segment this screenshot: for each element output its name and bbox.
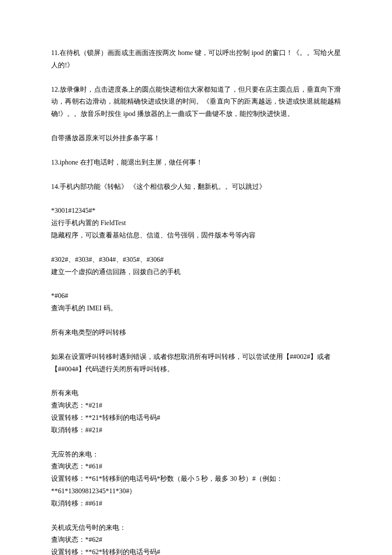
no-answer-title: 无应答的来电： bbox=[51, 448, 341, 461]
block-off-nosignal: 关机或无信号时的来电： 查询状态：*#62# 设置转移：**62*转移到的电话号… bbox=[51, 522, 341, 555]
block-loopback: #302#、#303#、#304#、#305#、#306# 建立一个虚拟的通信回… bbox=[51, 254, 341, 278]
tip-12: 12.放录像时，点击进度条上的圆点能快进相信大家都知道了，但只要在店主圆点后，垂… bbox=[51, 84, 341, 120]
block-imei: *#06# 查询手机的 IMEI 码。 bbox=[51, 290, 341, 315]
forward-all-title: 所有来电类型的呼叫转移 bbox=[51, 327, 341, 339]
block-fieldtest: *3001#12345#* 运行手机内置的 FieldTest 隐藏程序，可以查… bbox=[51, 205, 341, 241]
forward-note: 如果在设置呼叫转移时遇到错误，或者你想取消所有呼叫转移，可以尝试使用【##002… bbox=[51, 351, 341, 376]
all-calls-cancel: 取消转移：##21# bbox=[51, 424, 341, 436]
fieldtest-code: *3001#12345#* bbox=[51, 205, 341, 217]
loopback-desc: 建立一个虚拟的通信回路，回拨自己的手机 bbox=[51, 266, 341, 278]
imei-code: *#06# bbox=[51, 290, 341, 302]
subtitle-player: 自带播放器原来可以外挂多条字幕！ bbox=[51, 132, 341, 145]
off-nosignal-query: 查询状态：*#62# bbox=[51, 534, 341, 546]
no-answer-set: 设置转移：**61*转移到的电话号码*秒数（最小 5 秒，最多 30 秒）#（例… bbox=[51, 473, 341, 497]
all-calls-set: 设置转移：**21*转移到的电话号码# bbox=[51, 412, 341, 424]
block-no-answer: 无应答的来电： 查询状态：*#61# 设置转移：**61*转移到的电话号码*秒数… bbox=[51, 448, 341, 510]
no-answer-cancel: 取消转移：##61# bbox=[51, 497, 341, 510]
tip-14: 14.手机内部功能《转帖》 《这个相信极少人知，翻新机。。可以跳过》 bbox=[51, 181, 341, 193]
fieldtest-desc-1: 运行手机内置的 FieldTest bbox=[51, 217, 341, 229]
all-calls-title: 所有来电 bbox=[51, 387, 341, 399]
off-nosignal-title: 关机或无信号时的来电： bbox=[51, 522, 341, 534]
block-all-calls: 所有来电 查询状态：*#21# 设置转移：**21*转移到的电话号码# 取消转移… bbox=[51, 387, 341, 436]
block-forward-note: 如果在设置呼叫转移时遇到错误，或者你想取消所有呼叫转移，可以尝试使用【##002… bbox=[51, 351, 341, 376]
loopback-codes: #302#、#303#、#304#、#305#、#306# bbox=[51, 254, 341, 266]
off-nosignal-set: 设置转移：**62*转移到的电话号码# bbox=[51, 546, 341, 555]
tip-11: 11.在待机（锁屏）画面或主画面连按两次 home 键，可以呼出控制 ipod … bbox=[51, 47, 341, 72]
fieldtest-desc-2: 隐藏程序，可以查看基站信息、信道、信号强弱，固件版本号等内容 bbox=[51, 229, 341, 242]
no-answer-query: 查询状态：*#61# bbox=[51, 460, 341, 473]
all-calls-query: 查询状态：*#21# bbox=[51, 399, 341, 412]
imei-desc: 查询手机的 IMEI 码。 bbox=[51, 302, 341, 315]
document-page: 11.在待机（锁屏）画面或主画面连按两次 home 键，可以呼出控制 ipod … bbox=[0, 0, 392, 555]
tip-13: 13.iphone 在打电话时，能退出到主屏，做任何事！ bbox=[51, 156, 341, 169]
